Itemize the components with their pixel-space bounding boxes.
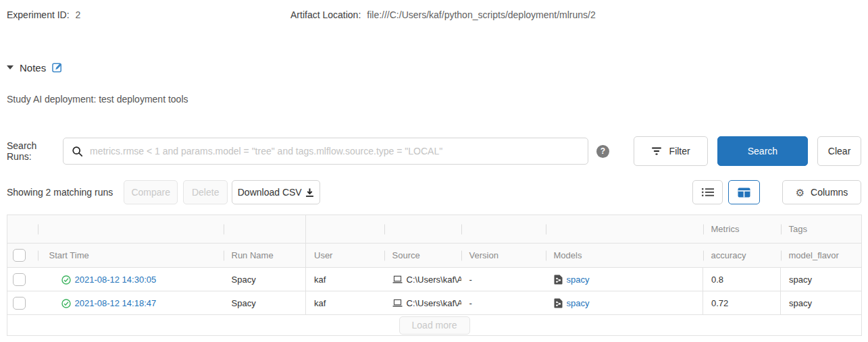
select-all-checkbox[interactable] [13, 249, 26, 262]
group-header-tags: Tags [781, 215, 862, 244]
cell-run-name: Spacy [224, 291, 306, 315]
delete-button[interactable]: Delete [183, 180, 228, 204]
grid-view-icon [738, 188, 750, 198]
source-path: C:\Users\kaf\A [407, 298, 461, 308]
edit-notes-icon[interactable] [52, 62, 63, 73]
run-row: 2021-08-12 14:18:47 Spacy kaf C:\Users\k… [7, 291, 862, 315]
laptop-icon [392, 299, 403, 308]
search-button[interactable]: Search [717, 136, 809, 166]
group-header-empty [7, 215, 38, 244]
artifact-location: Artifact Location: file:///C:/Users/kaf/… [290, 9, 596, 20]
cell-source: C:\Users\kaf\A [384, 291, 461, 315]
group-header-empty [224, 215, 306, 244]
experiment-meta-row: Experiment ID: 2 Artifact Location: file… [7, 8, 861, 22]
search-input[interactable] [90, 146, 580, 156]
search-runs-row: Search Runs: ? Filter Search Clear [7, 136, 861, 166]
col-header-accuracy[interactable]: accuracy [703, 244, 781, 268]
cell-version: - [461, 291, 546, 315]
filter-icon [651, 146, 662, 156]
row-select-cell [7, 268, 38, 291]
gear-icon: ⚙ [796, 188, 805, 198]
model-link[interactable]: spacy [567, 275, 590, 285]
group-header-empty [38, 215, 224, 244]
grid-view-button[interactable] [728, 180, 760, 204]
table-group-header-row: Metrics Tags [7, 215, 862, 244]
experiment-id: Experiment ID: 2 [7, 9, 290, 20]
download-csv-button[interactable]: Download CSV [232, 180, 320, 204]
notes-title: Notes [20, 62, 46, 74]
run-link[interactable]: 2021-08-12 14:30:05 [61, 275, 157, 285]
compare-button[interactable]: Compare [124, 180, 178, 204]
artifact-location-value: file:///C:/Users/kaf/python_scripts/depl… [367, 9, 595, 20]
model-icon [554, 298, 563, 308]
cell-models: spacy [546, 268, 703, 291]
col-header-model-flavor[interactable]: model_flavor [781, 244, 862, 268]
col-header-run-name[interactable]: Run Name [224, 244, 306, 268]
cell-run-name: Spacy [224, 268, 306, 291]
cell-models: spacy [546, 291, 703, 315]
cell-start-time: 2021-08-12 14:18:47 [38, 291, 224, 315]
filter-button-label: Filter [669, 146, 690, 156]
search-icon [72, 146, 83, 157]
runs-toolbar: Showing 2 matching runs Compare Delete D… [7, 180, 861, 204]
col-header-version[interactable]: Version [461, 244, 546, 268]
col-header-source[interactable]: Source [384, 244, 461, 268]
artifact-location-label: Artifact Location: [290, 9, 361, 20]
download-csv-label: Download CSV [238, 187, 302, 198]
cell-accuracy: 0.8 [703, 268, 781, 291]
experiment-page: Experiment ID: 2 Artifact Location: file… [0, 8, 868, 336]
notes-section-header: Notes [7, 60, 861, 75]
cell-accuracy: 0.72 [703, 291, 781, 315]
run-status-ok-icon [61, 275, 71, 285]
laptop-icon [392, 275, 403, 284]
col-header-models[interactable]: Models [546, 244, 703, 268]
matching-runs-count: Showing 2 matching runs [7, 187, 113, 198]
columns-button-label: Columns [811, 187, 848, 198]
search-runs-label: Search Runs: [7, 140, 63, 162]
runs-table: Metrics Tags Start Time Run Name User So… [7, 215, 862, 336]
run-status-ok-icon [61, 299, 71, 308]
group-header-empty [546, 215, 703, 244]
clear-button[interactable]: Clear [817, 136, 861, 166]
row-select-cell [7, 291, 38, 315]
experiment-id-value: 2 [76, 9, 81, 20]
source-path: C:\Users\kaf\A [407, 275, 461, 285]
group-header-metrics: Metrics [703, 215, 781, 244]
filter-button[interactable]: Filter [634, 136, 708, 166]
columns-button[interactable]: ⚙ Columns [782, 180, 861, 204]
load-more-row: Load more [7, 315, 862, 336]
run-row: 2021-08-12 14:30:05 Spacy kaf C:\Users\k… [7, 268, 862, 291]
load-more-cell: Load more [7, 315, 862, 336]
table-column-header-row: Start Time Run Name User Source Version … [7, 244, 862, 268]
list-view-icon [702, 188, 714, 197]
group-header-empty [384, 215, 461, 244]
select-all-cell [7, 244, 38, 268]
cell-user: kaf [306, 268, 384, 291]
chevron-down-icon[interactable] [7, 65, 14, 69]
run-link[interactable]: 2021-08-12 14:18:47 [61, 298, 157, 308]
load-more-button[interactable]: Load more [399, 316, 470, 335]
experiment-id-label: Experiment ID: [7, 9, 70, 20]
row-checkbox[interactable] [13, 297, 26, 310]
run-start-time: 2021-08-12 14:30:05 [75, 275, 157, 285]
list-view-button[interactable] [692, 180, 723, 204]
cell-model-flavor: spacy [781, 268, 862, 291]
help-icon[interactable]: ? [596, 145, 609, 158]
search-input-container [63, 138, 588, 165]
row-checkbox[interactable] [13, 273, 26, 286]
run-start-time: 2021-08-12 14:18:47 [75, 298, 157, 308]
group-header-empty [461, 215, 546, 244]
cell-model-flavor: spacy [781, 291, 862, 315]
model-link[interactable]: spacy [567, 298, 590, 308]
cell-start-time: 2021-08-12 14:30:05 [38, 268, 224, 291]
download-icon [305, 188, 315, 198]
col-header-user[interactable]: User [306, 244, 384, 268]
model-icon [554, 275, 563, 285]
cell-source: C:\Users\kaf\A [384, 268, 461, 291]
cell-version: - [461, 268, 546, 291]
col-header-start-time[interactable]: Start Time [38, 244, 224, 268]
group-header-empty [306, 215, 384, 244]
cell-user: kaf [306, 291, 384, 315]
notes-content: Study AI deployment: test deployment too… [7, 94, 861, 106]
